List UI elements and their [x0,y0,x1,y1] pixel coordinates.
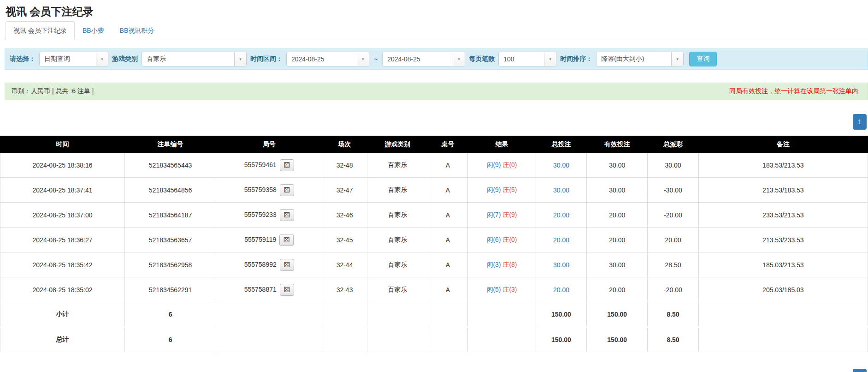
subtotal-total-bet: 150.00 [536,302,586,327]
filter-bar: 请选择： 日期查询 ▼ 游戏类别 百家乐 ▼ 时间区间： 2024-08-25 … [5,48,868,70]
cell-round-id: 555758992⚄ [216,252,322,277]
cell-valid-bet: 20.00 [587,277,648,302]
cell-bet-id: 521834562291 [125,277,216,302]
subtotal-count: 6 [125,302,216,327]
video-replay-button[interactable]: ⚄ [280,159,294,171]
cell-remark: 233.53/213.53 [698,203,868,228]
cell-table-no: A [428,153,467,178]
round-id-text: 555759461 [244,161,277,168]
page-size-select[interactable]: 100 ▼ [498,52,556,66]
page-size-label: 每页笔数 [469,55,495,63]
cell-remark: 213.53/183.53 [698,178,868,203]
cell-game: 百家乐 [367,277,428,302]
round-id-text: 555759233 [244,210,277,218]
video-replay-button[interactable]: ⚄ [280,184,294,196]
subtotal-row: 小计 6 150.00 150.00 8.50 [0,302,868,327]
header-total-bet: 总投注 [536,136,586,153]
total-bet-link[interactable]: 20.00 [553,286,569,294]
table-row: 2024-08-25 18:36:27 521834563657 5557591… [0,228,868,252]
cell-session: 32-46 [322,203,367,228]
total-bet-link[interactable]: 30.00 [553,261,569,269]
cell-game: 百家乐 [367,203,428,228]
cell-time: 2024-08-25 18:38:16 [0,153,125,178]
cell-time: 2024-08-25 18:36:27 [0,228,125,252]
time-sort-select[interactable]: 降幂(由大到小) ▼ [596,52,684,66]
total-label: 总计 [0,327,125,352]
cell-payout: -30.00 [648,178,698,203]
cell-round-id: 555759358⚄ [216,178,322,203]
total-empty [468,327,536,352]
tab-bb-tips[interactable]: BB小费 [75,21,112,40]
cell-game: 百家乐 [367,228,428,252]
video-replay-button[interactable]: ⚄ [280,284,294,296]
total-bet-link[interactable]: 20.00 [553,211,569,219]
result-banker: 庄(0) [502,236,517,243]
page-1-button[interactable]: 1 [853,369,867,372]
total-bet-link[interactable]: 30.00 [553,162,569,169]
chevron-down-icon: ▼ [357,52,369,66]
cell-session: 32-43 [322,277,367,302]
result-player: 闲(9) [486,186,501,193]
chevron-down-icon: ▼ [234,52,246,66]
query-type-select[interactable]: 日期查询 ▼ [39,52,108,66]
page-1-button[interactable]: 1 [853,114,867,130]
query-type-label: 请选择： [10,55,35,63]
header-result: 结果 [468,136,536,153]
total-valid-bet: 150.00 [587,327,648,352]
total-empty [367,327,428,352]
video-replay-button[interactable]: ⚄ [279,234,294,246]
cell-game: 百家乐 [367,153,428,178]
dice-icon: ⚄ [283,261,290,269]
cell-remark: 205.03/185.03 [698,277,868,302]
cell-table-no: A [428,203,467,228]
dice-icon: ⚄ [283,286,290,294]
header-game-category: 游戏类别 [367,136,428,153]
video-replay-button[interactable]: ⚄ [280,209,294,221]
total-empty [322,327,367,352]
date-from-select[interactable]: 2024-08-25 ▼ [286,52,369,66]
dice-icon: ⚄ [283,186,290,194]
date-to-select[interactable]: 2024-08-25 ▼ [382,52,465,66]
cell-valid-bet: 30.00 [587,178,648,203]
result-player: 闲(9) [486,161,501,168]
cell-valid-bet: 30.00 [587,153,648,178]
cell-remark: 183.53/213.53 [698,153,868,178]
result-banker: 庄(0) [502,161,517,168]
game-category-label: 游戏类别 [112,55,138,63]
tab-bb-video-points[interactable]: BB视讯积分 [112,21,162,40]
result-player: 闲(3) [486,261,501,268]
cell-total-bet: 20.00 [536,277,586,302]
cell-round-id: 555759461⚄ [216,153,322,178]
game-category-select[interactable]: 百家乐 ▼ [142,52,247,66]
tab-betting-records[interactable]: 视讯 会员下注纪录 [6,21,75,40]
header-round-id: 局号 [216,136,322,153]
time-sort-label: 时间排序： [560,55,592,63]
header-table-no: 桌号 [428,136,467,153]
date-range-label: 时间区间： [250,55,283,63]
total-empty [428,327,467,352]
total-empty [216,327,322,352]
query-button[interactable]: 查询 [689,52,717,66]
time-sort-value: 降幂(由大到小) [596,55,671,63]
video-replay-button[interactable]: ⚄ [280,259,294,271]
subtotal-payout: 8.50 [648,302,698,327]
tab-bar: 视讯 会员下注纪录 BB小费 BB视讯积分 [0,21,868,40]
result-player: 闲(6) [486,236,501,243]
total-bet-link[interactable]: 30.00 [553,186,569,194]
table-row: 2024-08-25 18:37:00 521834564187 5557592… [0,203,868,228]
cell-total-bet: 20.00 [536,203,586,228]
round-id-text: 555759358 [244,186,277,193]
cell-table-no: A [428,277,467,302]
total-total-bet: 150.00 [536,327,586,352]
game-category-value: 百家乐 [142,55,234,63]
total-empty [698,327,868,352]
header-time: 时间 [0,136,125,153]
cell-session: 32-44 [322,252,367,277]
total-payout: 8.50 [648,327,698,352]
cell-table-no: A [428,178,467,203]
cell-time: 2024-08-25 18:35:42 [0,252,125,277]
total-bet-link[interactable]: 20.00 [553,236,569,244]
dice-icon: ⚄ [283,162,290,169]
subtotal-valid-bet: 150.00 [587,302,648,327]
subtotal-label: 小计 [0,302,125,327]
